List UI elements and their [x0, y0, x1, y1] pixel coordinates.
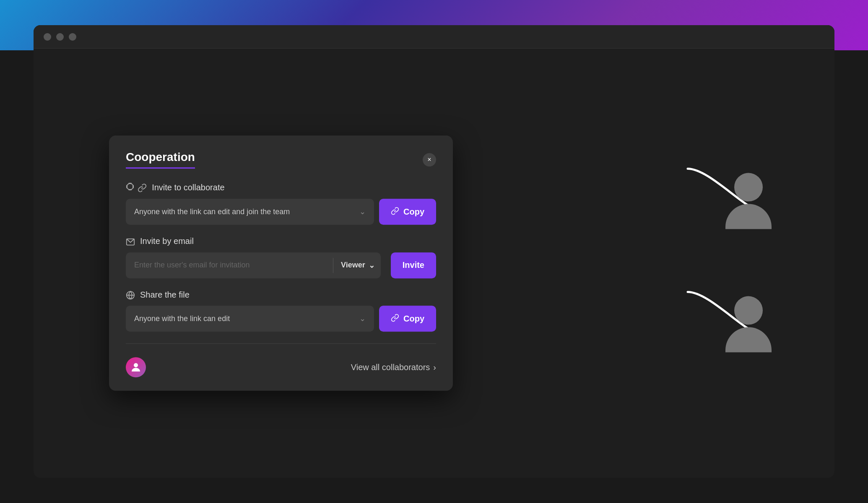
titlebar — [34, 25, 834, 49]
user-figure-1 — [725, 173, 772, 229]
invite-collaborate-row: Anyone with the link can edit and join t… — [126, 199, 436, 225]
arrow-item-2 — [683, 288, 767, 344]
view-collaborators-label: View all collaborators — [351, 363, 430, 372]
invite-button[interactable]: Invite — [391, 252, 436, 278]
share-chevron-icon: ⌄ — [359, 314, 366, 324]
dialog-header: Cooperation × — [126, 150, 436, 169]
avatar — [126, 358, 146, 378]
share-file-label: Share the file — [126, 290, 436, 300]
share-file-row: Anyone with the link can edit ⌄ Copy — [126, 306, 436, 332]
invite-collaborate-dropdown-value: Anyone with the link can edit and join t… — [134, 207, 290, 216]
role-label: Viewer — [341, 261, 365, 270]
link-icon: ⭕︎ — [126, 182, 147, 193]
mail-icon — [126, 236, 135, 246]
footer-divider — [126, 344, 436, 344]
invite-label: Invite — [403, 261, 424, 270]
copy-invite-link-button[interactable]: Copy — [379, 199, 436, 225]
user-body-2 — [725, 327, 772, 353]
arrows-group — [683, 165, 767, 344]
copy-share-link-button[interactable]: Copy — [379, 306, 436, 332]
traffic-light-maximize[interactable] — [69, 33, 76, 41]
dialog-footer: View all collaborators › — [126, 356, 436, 378]
cooperation-dialog: Cooperation × ⭕︎ Invite to collaborate — [109, 135, 453, 391]
role-dropdown[interactable]: Viewer ⌄ — [333, 261, 381, 270]
role-chevron-icon: ⌄ — [369, 261, 375, 270]
invite-collaborate-section: ⭕︎ Invite to collaborate Anyone with the… — [126, 182, 436, 225]
traffic-light-minimize[interactable] — [56, 33, 64, 41]
copy-share-label: Copy — [403, 314, 424, 324]
copy-invite-label: Copy — [403, 207, 424, 217]
invite-collaborate-dropdown[interactable]: Anyone with the link can edit and join t… — [126, 199, 374, 225]
app-window: Cooperation × ⭕︎ Invite to collaborate — [34, 25, 834, 478]
dialog-title: Cooperation — [126, 150, 195, 169]
invite-email-text: Invite by email — [140, 237, 194, 246]
invite-email-row: Viewer ⌄ Invite — [126, 252, 436, 278]
user-figure-2 — [725, 296, 772, 353]
email-input[interactable] — [126, 261, 333, 270]
globe-icon — [126, 290, 135, 300]
traffic-light-close[interactable] — [44, 33, 51, 41]
share-file-dropdown-value: Anyone with the link can edit — [134, 314, 230, 323]
email-input-container: Viewer ⌄ — [126, 252, 381, 278]
chevron-down-icon: ⌄ — [359, 207, 366, 216]
invite-collaborate-label: ⭕︎ Invite to collaborate — [126, 182, 436, 193]
share-file-text: Share the file — [140, 290, 190, 300]
user-body-1 — [725, 204, 772, 229]
view-all-collaborators-button[interactable]: View all collaborators › — [351, 363, 436, 372]
share-file-section: Share the file Anyone with the link can … — [126, 290, 436, 332]
user-head-1 — [734, 173, 763, 202]
invite-email-label: Invite by email — [126, 236, 436, 246]
copy-link-icon — [391, 207, 399, 217]
user-head-2 — [734, 296, 763, 325]
invite-collaborate-text: Invite to collaborate — [152, 183, 224, 192]
close-button[interactable]: × — [423, 153, 436, 166]
svg-point-3 — [134, 363, 138, 368]
arrow-item-1 — [683, 165, 767, 221]
invite-email-section: Invite by email Viewer ⌄ Invite — [126, 236, 436, 278]
copy-share-icon — [391, 314, 399, 324]
window-content: Cooperation × ⭕︎ Invite to collaborate — [34, 49, 834, 478]
view-collaborators-chevron: › — [433, 363, 436, 372]
share-file-dropdown[interactable]: Anyone with the link can edit ⌄ — [126, 306, 374, 332]
